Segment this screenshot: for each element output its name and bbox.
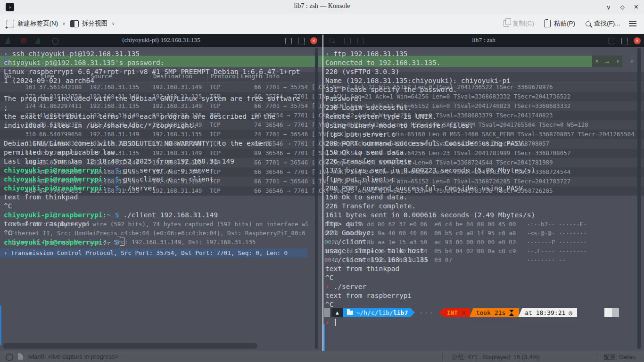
terminal-line: the exact distribution terms for each pr… [4,112,275,121]
clock-icon: ◷ [569,308,572,317]
terminal-line: chiyoyuki-pi@192.168.31.135's password: [4,58,164,67]
main-toolbar: 新建标签页(N) ∨ 拆分视图 ∨ 复制(C) 粘贴(P) 查找(F)... [0,14,644,34]
terminal-line: ftp> put client.c [325,175,395,184]
prompt-duration-segment: took 21s [470,308,520,317]
paste-button[interactable]: 粘贴(P) [541,17,578,30]
close-pane-button[interactable]: × [634,37,641,44]
terminal-line: 220 (vsFTPd 3.0.3) [325,67,399,76]
terminal-line: Last login: Sun Jan 12 18:48:52 2025 fro… [4,157,234,166]
terminal-line: chiyoyuki-pi@raspberrypi:~ $ ./server [4,184,156,193]
terminal-line: individual files in /usr/share/doc/*/cop… [4,121,197,130]
terminal-line: 331 Please specify the password. [325,85,457,94]
terminal-line: usage: simplex-talk host [325,247,424,255]
terminal-line: chiyoyuki-pi@raspberrypi:~ $ [4,238,124,247]
powerline-dots: ··· [415,308,438,317]
terminal-line: Name (192.168.31.135:chiyoyuki): chiyoyu… [325,76,511,85]
terminal-line: chiyoyuki-pi@raspberrypi:~ $ gcc server.… [4,166,214,175]
pane-left-header[interactable]: ‹ › « » (chiyoyuki-pi) 192.168.31.135 × [0,34,322,47]
terminal-line: Using binary mode to transfer files. [325,121,473,130]
prompt-powerline: ▲ ~/h/c/lib/lib7 ··· INT × took 21s at 1… [331,308,577,317]
terminal-line: 1 (2024-09-02) aarch64 [4,76,94,85]
new-tab-button[interactable]: 新建标签页(N) ∨ [4,17,68,30]
terminal-line: chiyoyuki-pi@raspberrypi:~ $ gcc client.… [4,175,214,184]
terminal-line: 200 PORT command successful. Consider us… [325,139,527,148]
right-pane-scrollbar[interactable] [637,48,641,349]
copy-button[interactable]: 复制(C) [501,17,537,30]
minimize-button[interactable]: ∨ [606,4,611,11]
chevron-down-icon: ∨ [62,21,66,26]
terminal-line: ; [4,103,8,112]
cursor-hollow [120,238,124,246]
terminal-line: ftp> put server.c [325,130,395,139]
terminal-line: text from raspberrypi [4,220,90,229]
terminal-line: › [325,318,336,327]
terminal-line: 221 Goodbye. [325,229,375,238]
powerline-arrow-icon [411,308,415,317]
terminal-line: 150 Ok to send data. [325,148,408,157]
close-button[interactable]: × [634,3,638,11]
terminal-line: Debian GNU/Linux comes with ABSOLUTELY N… [4,139,271,148]
copy-icon [504,20,509,27]
expand-pane-icon[interactable] [609,38,615,44]
terminal-line: permitted by applicable law. [4,148,119,157]
terminal-line: ^C [325,273,333,282]
konsole-window: › lib7 : zsh — Konsole ∨ ◇ × 新建标签页(N) ∨ … [0,0,644,362]
close-pane-button[interactable]: × [310,37,317,44]
terminal-line: 1371 bytes sent in 0.000223 seconds (5.8… [325,166,535,175]
window-title: lib7 : zsh — Konsole [0,2,644,10]
hamburger-menu-button[interactable] [626,17,639,30]
terminal-line: 230 Login successful. [325,103,412,112]
new-tab-icon [7,20,14,27]
hamburger-icon [629,21,636,26]
chevron-down-icon: ∨ [112,21,115,26]
terminal-line: 1611 bytes sent in 0.000616 seconds (2.4… [325,211,535,220]
left-pane-scrollbar[interactable] [315,48,318,349]
content-area: tcp.port == 7701 × → ∨ + No.TimeSourceDe… [0,34,644,362]
terminal-line: 200 PORT command successful. Consider us… [325,184,527,193]
folder-icon [347,311,353,315]
pane-right[interactable]: lib7 : zsh × › ftp 192.168.31.135Connect… [323,34,644,362]
maximize-button[interactable]: ◇ [620,4,624,10]
terminal-line: text from raspberrypi [325,291,412,300]
expand-pane-icon[interactable] [285,38,292,44]
terminal-line: Password: [325,94,363,103]
hourglass-icon [509,310,514,316]
find-button[interactable]: 查找(F)... [583,17,623,30]
prompt-status-segment: INT × [439,308,471,317]
pane-right-title: lib7 : zsh [323,36,644,44]
terminal-line: › ./client 192.168.31.135 [325,255,428,264]
terminal-line: › ftp 192.168.31.135 [325,49,408,58]
terminal-line: The programs included with the Debian GN… [4,94,300,103]
split-view-icon [70,20,79,27]
prompt-time-segment: at 18:39:21 ◷ [518,308,577,317]
terminal-line: text from thinkpad [4,193,78,202]
terminal-line: ^C [4,229,12,238]
terminal-line: Linux raspberrypi 6.6.47+rpt-rpi-v8 #1 S… [4,67,300,76]
terminal-line: 226 Transfer complete. [325,202,416,211]
detach-pane-icon[interactable] [621,38,628,44]
terminal-line: chiyoyuki-pi@raspberrypi:~ $ ./client 19… [4,211,218,220]
search-icon [586,21,591,26]
terminal-line: 226 Transfer complete. [325,157,416,166]
terminal-line: › ssh chiyoyuki-pi@192.168.31.135 [4,49,140,58]
terminal-line: 150 Ok to send data. [325,193,408,202]
cursor-beam [335,319,336,326]
terminal-line: Connected to 192.168.31.135. [325,58,440,67]
prompt-path-segment: ~/h/c/lib/lib7 [343,308,411,317]
pane-left-title: (chiyoyuki-pi) 192.168.31.135 [0,36,322,44]
terminal-line: ^C [4,202,12,211]
terminal-line: ftp> quit [325,220,363,229]
terminal-line: › ./server [325,282,366,291]
pane-right-header[interactable]: lib7 : zsh × [323,34,644,47]
os-logo-icon: ▲ [331,308,343,317]
terminal-line: text from thinkpad [325,264,399,273]
window-titlebar[interactable]: › lib7 : zsh — Konsole ∨ ◇ × [0,0,644,14]
pane-left[interactable]: ‹ › « » (chiyoyuki-pi) 192.168.31.135 × … [0,34,322,362]
paste-icon [544,20,551,27]
error-x-icon: × [462,308,465,317]
split-view-button[interactable]: 拆分视图 ∨ [67,17,118,30]
detach-pane-icon[interactable] [298,38,305,44]
terminal-line: Remote system type is UNIX. [325,112,437,121]
terminal-line: › ./client [325,238,366,247]
